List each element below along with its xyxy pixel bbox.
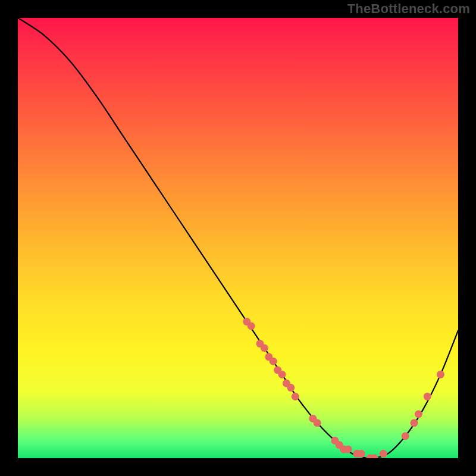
dot [437,371,444,378]
plot-area [18,18,458,458]
dot [248,322,255,330]
dot [380,450,387,458]
attribution-text: TheBottleneck.com [347,1,470,17]
dot [411,419,418,427]
dot [314,419,321,427]
dot [287,384,295,392]
dot [424,393,431,400]
dot [402,433,409,440]
dot [415,411,422,418]
dot [261,345,268,352]
bottleneck-curve [18,18,458,458]
dot [278,371,286,378]
dot [358,450,365,458]
chart-svg [18,18,458,458]
measurement-dots [243,318,444,458]
dot [345,446,352,453]
dot [270,358,277,365]
dot [292,393,299,400]
chart-frame: TheBottleneck.com [0,0,476,476]
